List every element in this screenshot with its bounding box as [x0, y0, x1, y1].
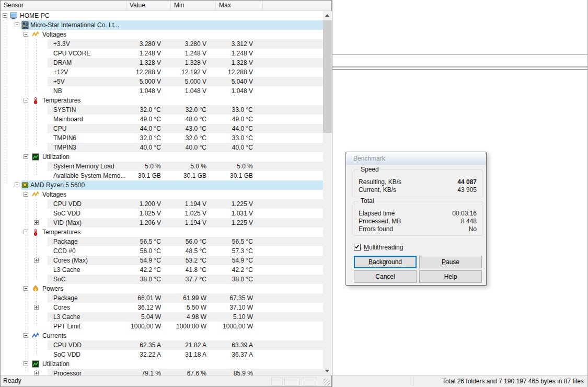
voltage-icon: [32, 191, 39, 198]
expand-toggle-icon[interactable]: [34, 305, 39, 310]
expand-toggle-icon[interactable]: [34, 220, 39, 225]
tree-row[interactable]: PPT Limit1000.00 W1000.00 W1000.00 W: [1, 322, 323, 331]
sensor-max: [215, 96, 253, 105]
scroll-down-button[interactable]: [323, 367, 332, 375]
tree-row[interactable]: +12V12.288 V12.192 V12.288 V: [1, 67, 323, 77]
header-divider[interactable]: [262, 1, 263, 10]
collapse-toggle-icon[interactable]: [24, 98, 28, 103]
tree-row[interactable]: L3 Cache5.04 W4.98 W5.10 W: [1, 312, 323, 322]
tree-row[interactable]: CPU VDD62.35 A21.82 A63.39 A: [1, 340, 323, 350]
sensor-label: Micro-Star International Co. Lt...: [30, 20, 119, 30]
sensor-max: 30.1 GB: [215, 171, 253, 180]
tree-guide-line: [36, 340, 37, 355]
tree-row[interactable]: Cores (Max)54.9 °C53.2 °C54.9 °C: [1, 256, 323, 265]
collapse-toggle-icon[interactable]: [24, 192, 28, 197]
collapse-toggle-icon[interactable]: [24, 333, 28, 338]
scroll-up-button[interactable]: [323, 11, 332, 20]
current-speed-label: Current, KB/s: [359, 186, 396, 194]
sensor-max: [215, 152, 253, 162]
sensor-label: Voltages: [42, 190, 66, 199]
cancel-button[interactable]: Cancel: [354, 270, 417, 283]
collapse-toggle-icon[interactable]: [24, 32, 28, 37]
sensor-value: 36.12 W: [126, 303, 161, 312]
column-value[interactable]: Value: [130, 1, 145, 10]
background-button[interactable]: Background: [354, 256, 417, 268]
collapse-toggle-icon[interactable]: [24, 286, 28, 291]
tree-row[interactable]: Voltages: [1, 190, 323, 199]
tree-row[interactable]: Mainboard49.0 °C48.0 °C49.0 °C: [1, 115, 323, 124]
sensor-max: 63.39 A: [215, 340, 253, 350]
sensor-max: 5.040 V: [215, 77, 253, 86]
expand-toggle-icon[interactable]: [34, 258, 39, 263]
sensor-label: SoC: [53, 275, 65, 284]
collapse-toggle-icon[interactable]: [24, 361, 28, 366]
checkmark-icon: [355, 244, 359, 249]
dialog-title-bar[interactable]: Benchmark: [346, 152, 486, 165]
sensor-label: Voltages: [42, 30, 66, 39]
tree-row[interactable]: SoC38.0 °C37.7 °C38.0 °C: [1, 275, 323, 284]
sensor-min: 1.025 V: [170, 209, 206, 218]
column-sensor[interactable]: Sensor: [4, 1, 24, 10]
tree-row[interactable]: SoC VDD32.22 A31.18 A36.37 A: [1, 350, 323, 359]
sensor-value: 42.2 °C: [126, 265, 161, 275]
tree-row[interactable]: VID (Max)1.206 V1.194 V1.225 V: [1, 218, 323, 227]
tree-row[interactable]: TMPIN632.0 °C32.0 °C33.0 °C: [1, 133, 323, 143]
tree-row[interactable]: Available System Memo...30.1 GB30.1 GB30…: [1, 171, 323, 180]
collapse-toggle-icon[interactable]: [15, 22, 19, 27]
header-divider[interactable]: [170, 1, 171, 10]
tree-row[interactable]: Cores36.12 W5.50 W37.10 W: [1, 303, 323, 312]
resize-grip[interactable]: [324, 379, 330, 385]
toolbar-separator: [332, 54, 587, 55]
collapse-toggle-icon[interactable]: [15, 183, 19, 187]
tree-row[interactable]: CPU44.0 °C43.0 °C44.0 °C: [1, 124, 323, 133]
sensor-label: +5V: [53, 77, 65, 86]
tree-row[interactable]: Powers: [1, 284, 323, 293]
collapse-toggle-icon[interactable]: [24, 230, 28, 234]
tree-row[interactable]: Utilization: [1, 152, 323, 162]
tree-row[interactable]: Micro-Star International Co. Lt...: [1, 20, 323, 30]
tree-row[interactable]: CPU VCORE1.248 V1.248 V1.248 V: [1, 49, 323, 58]
errors-found-value: No: [469, 225, 477, 233]
computer-icon: [10, 12, 17, 19]
header-divider[interactable]: [215, 1, 216, 10]
tree-row[interactable]: Package56.5 °C56.0 °C56.5 °C: [1, 237, 323, 246]
tree-row[interactable]: CCD #056.0 °C48.5 °C57.3 °C: [1, 246, 323, 256]
pause-button[interactable]: Pause: [419, 256, 482, 268]
vertical-scrollbar[interactable]: [323, 11, 332, 375]
multithreading-label[interactable]: Multithreading: [364, 244, 403, 251]
tree-row[interactable]: Package66.01 W61.99 W67.35 W: [1, 293, 323, 303]
tree-row[interactable]: L3 Cache42.2 °C41.8 °C42.2 °C: [1, 265, 323, 275]
tree-row[interactable]: +5V5.000 V5.000 V5.040 V: [1, 77, 323, 86]
sensor-max: 56.5 °C: [215, 237, 253, 246]
tree-row[interactable]: Voltages: [1, 30, 323, 39]
tree-row[interactable]: NB1.048 V1.048 V1.048 V: [1, 86, 323, 96]
tree-row[interactable]: Temperatures: [1, 227, 323, 237]
sensor-max: [215, 30, 253, 39]
tree-row[interactable]: CPU VDD1.200 V1.194 V1.225 V: [1, 199, 323, 209]
help-button[interactable]: Help: [419, 270, 482, 283]
column-min[interactable]: Min: [174, 1, 184, 10]
collapse-toggle-icon[interactable]: [24, 154, 28, 159]
header-divider[interactable]: [126, 1, 126, 10]
column-max[interactable]: Max: [219, 1, 231, 10]
total-row: Errors found No: [359, 225, 478, 233]
tree-row[interactable]: TMPIN340.0 °C40.0 °C40.0 °C: [1, 143, 323, 152]
tree-row[interactable]: HOME-PC: [1, 11, 323, 20]
tree-row[interactable]: Utilization: [1, 359, 323, 369]
tree-row[interactable]: AMD Ryzen 5 5600: [1, 180, 323, 190]
tree-row[interactable]: Temperatures: [1, 96, 323, 105]
expand-toggle-icon[interactable]: [34, 371, 39, 375]
tree-row[interactable]: SYSTIN32.0 °C32.0 °C33.0 °C: [1, 105, 323, 115]
collapse-toggle-icon[interactable]: [3, 13, 7, 18]
scrollbar-thumb[interactable]: [323, 20, 332, 133]
tree-row[interactable]: Currents: [1, 331, 323, 340]
tree-row[interactable]: System Memory Load5.0 %5.0 %5.0 %: [1, 162, 323, 171]
sensor-min: 5.50 W: [170, 303, 206, 312]
sensor-value: 1.048 V: [126, 86, 161, 96]
tree-row[interactable]: +3.3V3.280 V3.280 V3.312 V: [1, 39, 323, 49]
sensor-value: 79.1 %: [126, 369, 161, 375]
tree-row[interactable]: DRAM1.328 V1.328 V1.328 V: [1, 58, 323, 67]
tree-row[interactable]: SoC VDD1.025 V1.025 V1.031 V: [1, 209, 323, 218]
sensor-min: 31.18 A: [170, 350, 206, 359]
multithreading-checkbox[interactable]: [354, 244, 361, 251]
